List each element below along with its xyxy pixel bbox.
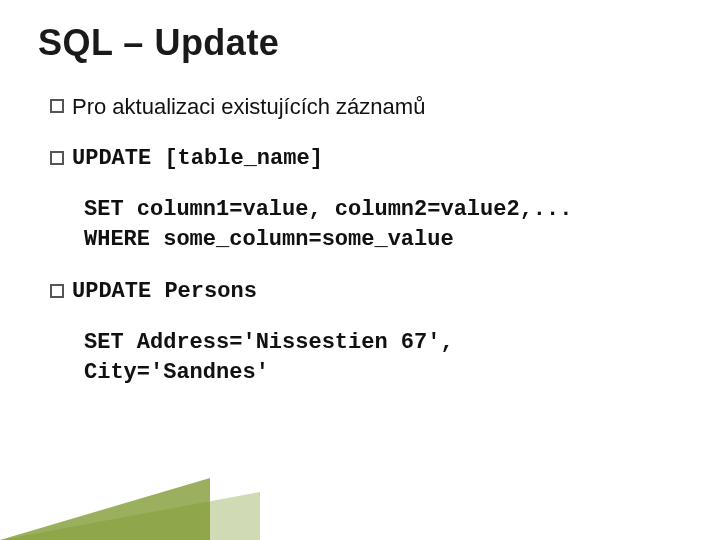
code-text: UPDATE Persons [72, 277, 692, 307]
code-text: SET column1=value, column2=value2,... [50, 195, 692, 225]
square-bullet-icon [50, 284, 64, 298]
square-bullet-icon [50, 151, 64, 165]
code-text: City='Sandnes' [50, 358, 692, 388]
bullet-item: UPDATE [table_name] SET column1=value, c… [50, 144, 692, 255]
code-text: WHERE some_column=some_value [50, 225, 692, 255]
bullet-text: Pro aktualizaci existujících záznamů [72, 92, 692, 122]
bullet-list: Pro aktualizaci existujících záznamů UPD… [38, 92, 692, 388]
square-bullet-icon [50, 99, 64, 113]
decoration-triangle-icon [0, 478, 210, 540]
bullet-item: Pro aktualizaci existujících záznamů [50, 92, 692, 122]
bullet-item: UPDATE Persons SET Address='Nissestien 6… [50, 277, 692, 388]
code-text: UPDATE [table_name] [72, 144, 692, 174]
slide-title: SQL – Update [38, 22, 692, 64]
slide: SQL – Update Pro aktualizaci existujícíc… [0, 0, 720, 388]
code-text: SET Address='Nissestien 67', [50, 328, 692, 358]
